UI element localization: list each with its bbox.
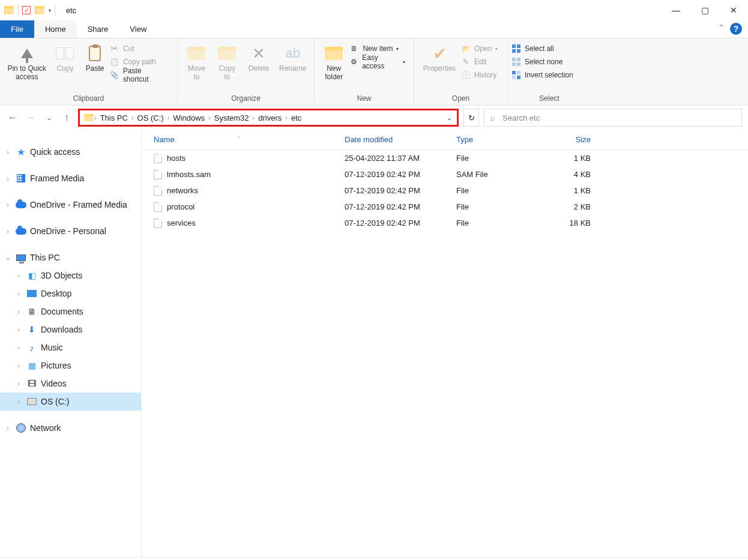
rename-button[interactable]: ab Rename [275, 41, 310, 73]
address-history-dropdown[interactable]: ⌄ [447, 114, 452, 122]
pin-to-quick-access-button[interactable]: Pin to Quick access [4, 41, 50, 82]
tree-documents[interactable]: ›🗎Documents [0, 303, 141, 321]
ribbon-collapse-icon[interactable]: ⌃ [718, 23, 725, 32]
cut-button[interactable]: ✂Cut [110, 42, 173, 55]
file-row[interactable]: services07-12-2019 02:42 PMFile18 KB [142, 215, 748, 231]
nav-recent-dropdown[interactable]: ⌄ [42, 114, 55, 122]
title-bar: ✓ ▾ etc — ▢ ✕ [0, 0, 748, 20]
group-label-select: Select [508, 94, 591, 105]
file-date: 07-12-2019 02:42 PM [345, 202, 456, 211]
col-date[interactable]: Date modified [345, 135, 456, 144]
ribbon: Pin to Quick access Copy Paste ✂Cut 📋Cop… [0, 38, 748, 106]
help-icon[interactable]: ? [730, 23, 742, 35]
3d-objects-icon: ◧ [26, 271, 37, 280]
copy-path-button[interactable]: 📋Copy path [110, 55, 173, 68]
copy-to-button[interactable]: Copy to [212, 41, 243, 82]
tree-music[interactable]: ›♪Music [0, 339, 141, 357]
file-icon [154, 186, 162, 196]
file-name: lmhosts.sam [167, 170, 345, 179]
file-date: 07-12-2019 02:42 PM [345, 170, 456, 179]
easy-access-button[interactable]: ⚙Easy access▾ [349, 55, 410, 68]
nav-back-button[interactable]: ← [6, 112, 19, 123]
tab-view[interactable]: View [119, 20, 157, 38]
file-date: 07-12-2019 02:42 PM [345, 186, 456, 195]
maximize-button[interactable]: ▢ [690, 0, 719, 20]
tree-videos[interactable]: ›🎞Videos [0, 375, 141, 393]
close-button[interactable]: ✕ [719, 0, 748, 20]
nav-forward-button[interactable]: → [24, 112, 37, 123]
breadcrumb-etc[interactable]: etc [288, 113, 305, 122]
qat-customize-dropdown[interactable]: ▾ [49, 8, 51, 13]
open-button[interactable]: 📂Open▾ [461, 42, 502, 55]
file-date: 07-12-2019 02:42 PM [345, 218, 456, 227]
refresh-button[interactable]: ↻ [463, 109, 479, 127]
edit-button[interactable]: ✎Edit [461, 55, 502, 68]
copy-to-icon [217, 43, 237, 64]
move-to-button[interactable]: Move to [181, 41, 212, 82]
copy-button[interactable]: Copy [50, 41, 80, 73]
tree-onedrive-personal[interactable]: ›OneDrive - Personal [0, 222, 141, 240]
file-icon [154, 154, 162, 163]
search-box[interactable]: ⌕ Search etc [484, 109, 742, 127]
paste-button[interactable]: Paste [80, 41, 110, 73]
file-row[interactable]: hosts25-04-2022 11:37 AMFile1 KB [142, 150, 748, 166]
qat-separator-2 [55, 5, 55, 16]
tab-file[interactable]: File [0, 20, 34, 38]
address-folder-icon [83, 113, 94, 122]
breadcrumb-windows[interactable]: Windows [169, 113, 208, 122]
file-name: services [167, 218, 345, 227]
qat-properties-icon[interactable]: ✓ [22, 6, 31, 14]
select-none-button[interactable]: Select none [511, 55, 578, 68]
paste-shortcut-button[interactable]: 📎Paste shortcut [110, 68, 173, 82]
copy-path-icon: 📋 [110, 57, 119, 67]
properties-button[interactable]: ✔ Properties [418, 41, 461, 73]
tab-home[interactable]: Home [34, 20, 77, 38]
nav-up-button[interactable]: ↑ [60, 112, 73, 123]
group-label-organize: Organize [178, 94, 314, 105]
tree-network[interactable]: ›Network [0, 419, 141, 437]
building-icon [16, 173, 26, 183]
tab-share[interactable]: Share [77, 20, 119, 38]
col-name[interactable]: Name˄ [154, 135, 345, 144]
file-name: networks [167, 186, 345, 195]
delete-button[interactable]: ✕ Delete [243, 41, 276, 73]
copy-icon [55, 43, 75, 64]
history-button[interactable]: 🕘History [461, 68, 502, 82]
desktop-icon [26, 289, 37, 298]
select-all-button[interactable]: Select all [511, 42, 578, 55]
select-all-icon [511, 44, 521, 53]
tree-framed-media[interactable]: ›Framed Media [0, 169, 141, 187]
minimize-button[interactable]: — [662, 0, 690, 20]
videos-icon: 🎞 [26, 379, 37, 388]
network-icon [16, 423, 26, 433]
column-headers: Name˄ Date modified Type Size [142, 130, 748, 150]
tree-pictures[interactable]: ›▦Pictures [0, 357, 141, 375]
onedrive-icon [16, 226, 26, 236]
breadcrumb-drivers[interactable]: drivers [255, 113, 285, 122]
tree-this-pc[interactable]: ⌄This PC [0, 248, 141, 266]
disk-icon [26, 397, 37, 406]
tree-3d-objects[interactable]: ›◧3D Objects [0, 266, 141, 285]
tree-onedrive-framed[interactable]: ›OneDrive - Framed Media [0, 196, 141, 214]
file-row[interactable]: lmhosts.sam07-12-2019 02:42 PMSAM File4 … [142, 166, 748, 182]
tree-downloads[interactable]: ›⬇Downloads [0, 321, 141, 339]
breadcrumb-system32[interactable]: System32 [211, 113, 253, 122]
downloads-icon: ⬇ [26, 325, 37, 334]
select-none-icon [511, 57, 521, 67]
file-row[interactable]: networks07-12-2019 02:42 PMFile1 KB [142, 182, 748, 199]
breadcrumb-this-pc[interactable]: This PC [97, 113, 131, 122]
col-size[interactable]: Size [541, 135, 597, 144]
col-type[interactable]: Type [456, 135, 541, 144]
new-folder-button[interactable]: New folder [318, 41, 349, 82]
tree-quick-access[interactable]: ›★Quick access [0, 143, 141, 161]
file-icon [154, 202, 162, 212]
qat-newfolder-icon[interactable] [34, 5, 45, 15]
tree-desktop[interactable]: ›Desktop [0, 285, 141, 303]
paste-shortcut-icon: 📎 [110, 70, 119, 80]
breadcrumb-os-c[interactable]: OS (C:) [134, 113, 167, 122]
group-label-open: Open [414, 94, 507, 105]
invert-selection-button[interactable]: Invert selection [511, 68, 578, 82]
file-row[interactable]: protocol07-12-2019 02:42 PMFile2 KB [142, 199, 748, 215]
address-bar[interactable]: › This PC› OS (C:)› Windows› System32› d… [78, 109, 459, 127]
tree-os-c[interactable]: ›OS (C:) [0, 393, 141, 411]
